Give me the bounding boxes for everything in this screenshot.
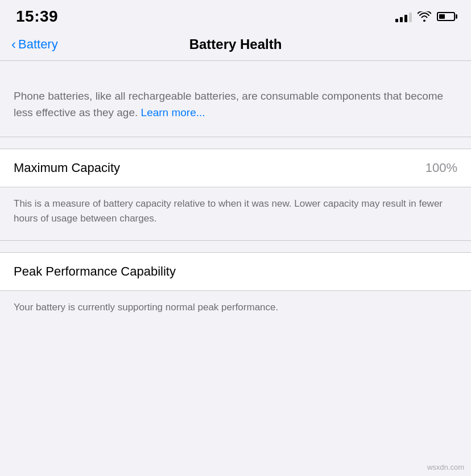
- signal-bar-1: [395, 19, 398, 22]
- maximum-capacity-label: Maximum Capacity: [14, 161, 120, 175]
- signal-bars-icon: [395, 11, 412, 22]
- signal-bar-3: [404, 15, 407, 22]
- maximum-capacity-value: 100%: [425, 161, 457, 175]
- chevron-left-icon: ‹: [11, 38, 16, 51]
- info-block: Phone batteries, like all rechargeable b…: [0, 72, 471, 137]
- maximum-capacity-row: Maximum Capacity 100%: [0, 149, 471, 187]
- watermark: wsxdn.com: [427, 463, 464, 471]
- info-text: Phone batteries, like all rechargeable b…: [14, 90, 443, 118]
- top-spacer: [0, 61, 471, 72]
- content-area: Phone batteries, like all rechargeable b…: [0, 61, 471, 329]
- spacer-2: [0, 241, 471, 252]
- page-title: Battery Health: [189, 36, 282, 52]
- battery-status-icon: [437, 12, 455, 21]
- learn-more-link[interactable]: Learn more...: [141, 106, 205, 118]
- capacity-description-block: This is a measure of battery capacity re…: [0, 187, 471, 241]
- back-button[interactable]: ‹ Battery: [11, 37, 58, 52]
- signal-bar-2: [400, 17, 403, 22]
- spacer-1: [0, 137, 471, 149]
- back-label: Battery: [18, 37, 58, 52]
- status-bar: 15:39: [0, 0, 471, 31]
- maximum-capacity-section: Maximum Capacity 100%: [0, 149, 471, 187]
- battery-fill: [439, 14, 445, 19]
- capacity-description-text: This is a measure of battery capacity re…: [14, 198, 443, 224]
- peak-description-block: Your battery is currently supporting nor…: [0, 291, 471, 329]
- peak-description-text: Your battery is currently supporting nor…: [14, 302, 278, 313]
- battery-body: [437, 12, 455, 21]
- wifi-icon: [418, 11, 431, 22]
- nav-bar: ‹ Battery Battery Health: [0, 31, 471, 61]
- peak-performance-section: Peak Performance Capability: [0, 252, 471, 291]
- signal-bar-4: [409, 13, 412, 22]
- status-icons: [395, 11, 455, 22]
- peak-performance-label: Peak Performance Capability: [0, 253, 471, 290]
- status-time: 15:39: [16, 7, 58, 26]
